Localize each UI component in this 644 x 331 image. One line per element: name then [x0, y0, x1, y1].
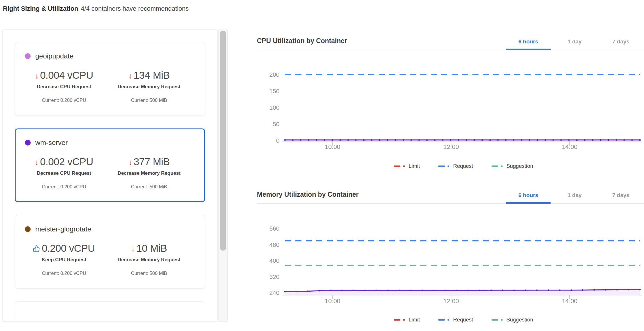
svg-text:400: 400 — [269, 257, 279, 264]
legend-label: Suggestion — [506, 163, 533, 169]
container-card[interactable]: geoipupdate ↓ 0.004 vCPU Decrease CPU Re… — [15, 42, 205, 115]
svg-text:480: 480 — [269, 241, 279, 248]
memory-recommendation: ↓ 377 MiB Decrease Memory Request Curren… — [103, 156, 195, 190]
decrease-arrow-icon: ↓ — [128, 159, 132, 166]
svg-text:200: 200 — [269, 71, 279, 78]
decrease-arrow-icon: ↓ — [131, 245, 135, 253]
recommendation-current: Current: 500 MiB — [131, 98, 167, 103]
cpu-recommendation: ↓ 0.002 vCPU Decrease CPU Request Curren… — [25, 156, 103, 190]
chart-legend: LimitRequestSuggestion — [257, 317, 644, 323]
legend-item-limit[interactable]: Limit — [394, 163, 420, 169]
legend-item-request[interactable]: Request — [438, 163, 473, 169]
scrollbar-thumb[interactable] — [220, 31, 226, 251]
tab-7-days[interactable]: 7 days — [598, 192, 644, 203]
dashed-line-swatch-icon — [394, 319, 405, 321]
cpu-chart-title: CPU Utilization by Container — [257, 37, 347, 50]
tab-7-days[interactable]: 7 days — [598, 38, 644, 50]
memory-recommendation: ↓ 134 MiB Decrease Memory Request Curren… — [103, 69, 195, 103]
legend-item-suggestion[interactable]: Suggestion — [492, 317, 533, 323]
recommendation-current: Current: 0.200 vCPU — [42, 98, 86, 103]
memory-utilization-section: Memory Utilization by Container 6 hours1… — [257, 186, 644, 323]
charts-column: CPU Utilization by Container 6 hours1 da… — [257, 26, 644, 323]
recommendation-value: 10 MiB — [136, 242, 167, 254]
memory-recommendation: ↓ 10 MiB Decrease Memory Request Current… — [103, 242, 195, 276]
legend-item-request[interactable]: Request — [438, 317, 473, 323]
chart-legend: LimitRequestSuggestion — [257, 163, 644, 169]
recommendation-value: 0.002 vCPU — [40, 156, 93, 168]
recommendation-current: Current: 500 MiB — [131, 271, 167, 276]
time-range-tabs: 6 hours1 day7 days — [505, 192, 644, 203]
tab-1-day[interactable]: 1 day — [551, 38, 598, 50]
recommendation-value: 0.200 vCPU — [42, 242, 95, 254]
scrollbar-track[interactable] — [218, 30, 228, 322]
svg-text:10:00: 10:00 — [325, 144, 341, 150]
dashed-line-swatch-icon — [438, 319, 449, 321]
dashed-line-swatch-icon — [492, 166, 503, 167]
container-card[interactable]: wm-server ↓ 0.002 vCPU Decrease CPU Requ… — [15, 128, 205, 202]
recommendation-action: Decrease Memory Request — [118, 170, 181, 176]
svg-text:12:00: 12:00 — [443, 144, 459, 150]
dashed-line-swatch-icon — [394, 166, 405, 167]
cpu-utilization-chart[interactable]: 20015010050010:0012:0014:00 — [257, 65, 644, 154]
memory-chart-title: Memory Utilization by Container — [257, 191, 358, 203]
recommendation-current: Current: 0.200 vCPU — [42, 271, 86, 276]
container-card[interactable]: meister-glogrotate ↓ 0.200 vCPU Keep CPU… — [15, 215, 205, 288]
recommendation-value: 377 MiB — [134, 156, 170, 168]
cpu-recommendation: ↓ 0.004 vCPU Decrease CPU Request Curren… — [25, 69, 103, 103]
container-name: meister-glogrotate — [35, 225, 91, 233]
svg-text:240: 240 — [269, 289, 279, 296]
recommendation-action: Decrease Memory Request — [118, 257, 181, 263]
recommendations-panel: geoipupdate ↓ 0.004 vCPU Decrease CPU Re… — [2, 30, 218, 322]
legend-label: Request — [453, 163, 473, 169]
container-name: geoipupdate — [35, 52, 73, 60]
page-title-subtext: 4/4 containers have recommendations — [81, 5, 189, 12]
svg-text:320: 320 — [269, 273, 279, 280]
svg-text:50: 50 — [273, 121, 279, 127]
recommendation-value: 134 MiB — [134, 69, 170, 81]
dashed-line-swatch-icon — [438, 166, 449, 167]
dashed-line-swatch-icon — [492, 319, 503, 321]
svg-text:12:00: 12:00 — [443, 298, 459, 305]
container-color-dot-icon — [25, 226, 31, 232]
recommendation-action: Keep CPU Request — [42, 257, 86, 263]
container-card-partial[interactable] — [15, 301, 205, 322]
time-range-tabs: 6 hours1 day7 days — [505, 38, 644, 50]
legend-item-suggestion[interactable]: Suggestion — [492, 163, 533, 169]
cpu-utilization-section: CPU Utilization by Container 6 hours1 da… — [257, 32, 644, 169]
recommendation-action: Decrease Memory Request — [118, 84, 181, 90]
decrease-arrow-icon: ↓ — [128, 72, 132, 80]
svg-text:10:00: 10:00 — [325, 298, 341, 305]
cpu-recommendation: ↓ 0.200 vCPU Keep CPU Request Current: 0… — [25, 242, 103, 276]
recommendation-current: Current: 500 MiB — [131, 184, 167, 190]
recommendation-action: Decrease CPU Request — [37, 170, 91, 176]
svg-text:0: 0 — [276, 137, 279, 144]
decrease-arrow-icon: ↓ — [35, 159, 38, 166]
svg-text:14:00: 14:00 — [562, 298, 577, 305]
recommendation-value: 0.004 vCPU — [40, 69, 93, 81]
legend-label: Limit — [409, 317, 420, 323]
tab-6-hours[interactable]: 6 hours — [505, 38, 551, 50]
legend-label: Limit — [409, 163, 420, 169]
legend-item-limit[interactable]: Limit — [394, 317, 420, 323]
decrease-arrow-icon: ↓ — [35, 72, 38, 80]
thumbs-up-icon — [33, 245, 40, 252]
legend-label: Request — [453, 317, 473, 323]
svg-text:14:00: 14:00 — [562, 144, 577, 150]
page-title-bold: Right Sizing & Utilization — [3, 5, 78, 12]
svg-text:560: 560 — [269, 225, 279, 232]
page-title: Right Sizing & Utilization 4/4 container… — [3, 0, 189, 17]
container-list: geoipupdate ↓ 0.004 vCPU Decrease CPU Re… — [15, 42, 205, 322]
container-color-dot-icon — [25, 140, 31, 146]
header-divider — [0, 18, 644, 18]
container-color-dot-icon — [25, 53, 31, 59]
tab-1-day[interactable]: 1 day — [551, 192, 598, 203]
recommendation-action: Decrease CPU Request — [37, 84, 91, 90]
memory-utilization-chart[interactable]: 56048040032024010:0012:0014:00 — [257, 218, 644, 308]
tab-6-hours[interactable]: 6 hours — [505, 192, 551, 203]
svg-text:100: 100 — [269, 104, 279, 111]
svg-text:150: 150 — [269, 88, 279, 94]
container-name: wm-server — [35, 139, 68, 147]
legend-label: Suggestion — [506, 317, 533, 323]
recommendation-current: Current: 0.200 vCPU — [42, 184, 86, 190]
